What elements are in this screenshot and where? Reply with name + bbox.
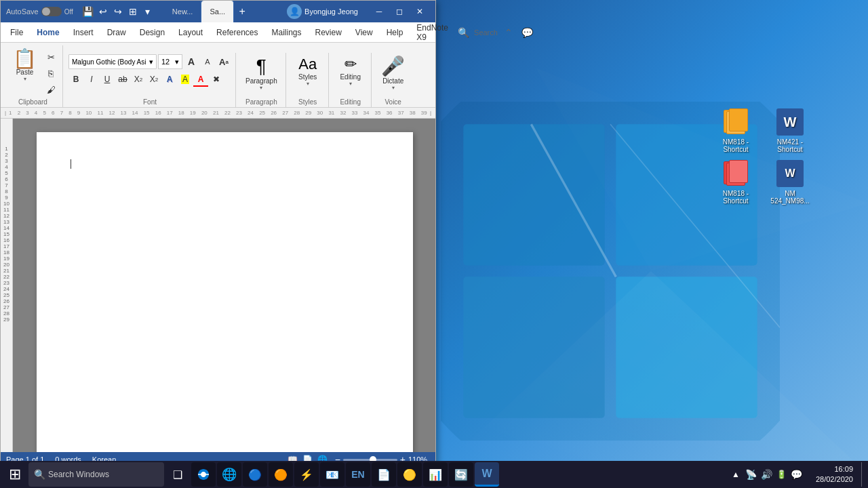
clear-formatting-button[interactable]: ✖ [209,72,224,87]
menu-draw[interactable]: Draw [100,23,133,42]
underline-button[interactable]: U [100,72,115,87]
desktop-icon-nm421[interactable]: W NM421 -Shortcut [766,108,814,153]
desktop-icon-nm818-1[interactable]: NM818 - Shortcut [712,108,760,153]
menu-review[interactable]: Review [309,23,349,42]
italic-button[interactable]: I [84,72,99,87]
taskbar-word[interactable]: W [475,462,499,487]
user-badge[interactable]: 👤 Byongjug Jeong [283,3,362,20]
menu-help[interactable]: Help [380,23,410,42]
font-label: Font [68,97,231,107]
desktop-icon-nm524[interactable]: W NM524_NM98... [766,160,814,205]
highlight-color-button[interactable]: A [178,72,193,87]
action-center-icon[interactable]: 💬 [791,469,802,480]
task-view-button[interactable]: ❑ [165,462,190,487]
minimize-button[interactable]: ─ [369,1,389,22]
paragraph-label: Paragraph [241,97,281,107]
taskbar-app4[interactable]: 📧 [320,462,344,487]
menu-layout[interactable]: Layout [172,23,210,42]
taskbar: ⊞ 🔍 Search Windows ❑ 🌐 🔵 🟠 ⚡ 📧 EN 📄 🟡 📊 … [0,461,868,488]
voice-group: 🎤 Dictate ▾ Voice [373,53,414,107]
taskbar-app1[interactable]: 🔵 [243,462,267,487]
menu-mailings[interactable]: Mailings [264,23,308,42]
restore-button[interactable]: ◻ [389,1,410,22]
font-size-value: 12 [161,58,170,66]
menu-file[interactable]: File [3,23,30,42]
menu-home[interactable]: Home [30,23,66,42]
close-button[interactable]: ✕ [410,1,430,22]
search-label: Search [474,28,498,37]
paste-button[interactable]: 📋 Paste ▾ [7,47,42,85]
add-tab-button[interactable]: + [234,3,250,20]
grid-icon[interactable]: ⊞ [126,5,140,18]
paste-sub-icons: ✂ ⎘ 🖌 [43,47,58,97]
taskbar-endnote[interactable]: EN [346,462,370,487]
search-bar-text: Search Windows [48,470,109,479]
menu-references[interactable]: References [210,23,264,42]
taskbar-app7[interactable]: 📊 [423,462,448,487]
desktop-icon-nm524-label: NM524_NM98... [770,190,809,205]
search-menu-icon[interactable]: 🔍 [455,24,471,41]
styles-button[interactable]: Aa Styles ▾ [292,54,324,89]
search-button[interactable]: 🔍 Search Windows [28,462,164,487]
subscript-button[interactable]: X2 [131,72,146,87]
save-icon[interactable]: 💾 [81,5,95,18]
clock[interactable]: 16:09 28/02/2020 [810,464,859,485]
network-icon[interactable]: 📡 [745,469,757,480]
shrink-font-button[interactable]: A [200,54,215,69]
menu-design[interactable]: Design [133,23,172,42]
copy-button[interactable]: ⎘ [43,66,58,81]
text-cursor [71,159,71,169]
superscript-button[interactable]: X2 [146,72,161,87]
font-format-row: B I U ab X2 X2 A A A [68,72,231,87]
customize-icon[interactable]: ▾ [141,5,155,18]
styles-group: Aa Styles ▾ Styles [288,53,329,107]
taskbar-edge[interactable] [191,462,216,487]
document-area[interactable]: 1234567891011121314151617181920212223242… [1,119,435,452]
taskbar-app3[interactable]: ⚡ [294,462,319,487]
change-case-button[interactable]: Aa [216,54,231,69]
show-desktop-button[interactable] [861,462,865,487]
grow-font-button[interactable]: A [184,54,199,69]
undo-icon[interactable]: ↩ [96,5,110,18]
ribbon-comments-icon[interactable]: 💬 [519,24,536,41]
taskbar-app6[interactable]: 🟡 [397,462,422,487]
ribbon: File Home Insert Draw Design Layout Refe… [1,22,435,108]
title-bar: AutoSave Off 💾 ↩ ↪ ⊞ ▾ New... [1,1,435,22]
taskbar-ie[interactable]: 🌐 [217,462,241,487]
redo-icon[interactable]: ↪ [111,5,125,18]
taskbar-app5[interactable]: 📄 [372,462,396,487]
taskbar-app8[interactable]: 🔄 [449,462,473,487]
autosave-toggle[interactable] [41,7,62,16]
desktop-icon-nm818-2[interactable]: NM818 -Shortcut [712,160,760,205]
tabs-area: New... Sa... + [164,1,283,22]
dictate-btn-label: Dictate [382,77,403,85]
svg-marker-7 [434,271,868,474]
ribbon-collapse-icon[interactable]: ⌃ [500,24,517,41]
font-name-selector[interactable]: Malgun Gothic (Body Asian) ▾ [68,54,157,69]
format-painter-button[interactable]: 🖌 [43,82,58,97]
menu-view[interactable]: View [349,23,380,42]
tab-new[interactable]: New... [164,1,202,22]
paragraph-group: ¶ Paragraph ▾ Paragraph [237,53,286,107]
bold-button[interactable]: B [68,72,83,87]
document-page[interactable] [37,132,413,452]
show-hidden-icons[interactable]: ▲ [730,462,741,487]
font-size-selector[interactable]: 12 ▾ [158,54,182,69]
tab-sa[interactable]: Sa... [201,1,234,22]
editing-button[interactable]: ✏ Editing ▾ [334,54,367,89]
volume-icon[interactable]: 🔊 [761,469,772,480]
styles-icon: Aa [298,57,317,72]
ribbon-content: 📋 Paste ▾ ✂ ⎘ 🖌 Clipboard [1,43,435,107]
start-button[interactable]: ⊞ [3,462,27,487]
menu-endnote[interactable]: EndNote X9 [410,23,455,42]
cut-button[interactable]: ✂ [43,49,58,64]
desktop-icon-nm818-2-label: NM818 -Shortcut [723,190,749,205]
text-effects-button[interactable]: A [162,72,177,87]
taskbar-app2[interactable]: 🟠 [269,462,293,487]
strikethrough-button[interactable]: ab [115,72,130,87]
vertical-ruler: 1234567891011121314151617181920212223242… [1,119,13,452]
menu-insert[interactable]: Insert [66,23,100,42]
dictate-button[interactable]: 🎤 Dictate ▾ [377,54,410,94]
paragraph-button[interactable]: ¶ Paragraph ▾ [241,54,281,94]
font-color-button[interactable]: A [193,72,208,87]
